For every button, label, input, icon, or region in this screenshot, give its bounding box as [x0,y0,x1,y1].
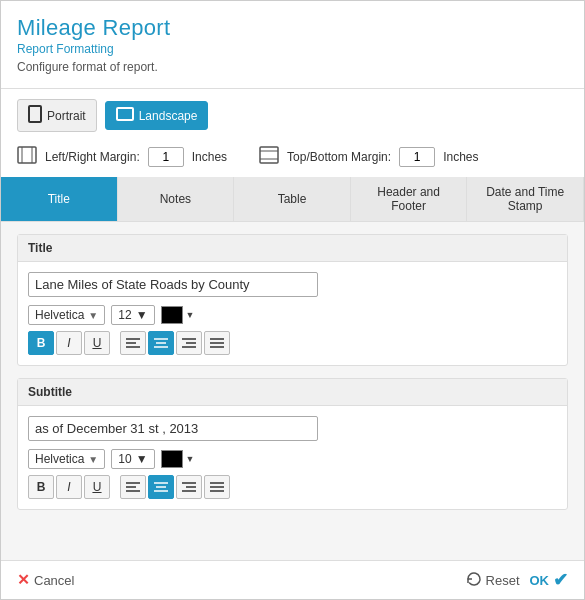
title-font-chevron: ▼ [88,310,98,321]
subtitle-italic-button[interactable]: I [56,475,82,499]
tb-margin-label: Top/Bottom Margin: [287,150,391,164]
subtitle-align-center-button[interactable] [148,475,174,499]
title-italic-button[interactable]: I [56,331,82,355]
tab-date-time[interactable]: Date and Time Stamp [467,177,584,221]
subtitle-text-input[interactable] [28,416,318,441]
ok-check-icon: ✔ [553,569,568,591]
svg-rect-5 [260,147,278,163]
portrait-button[interactable]: Portrait [17,99,97,132]
tab-notes[interactable]: Notes [118,177,235,221]
subtitle-section: Subtitle Helvetica ▼ 10 ▼ ▼ [17,378,568,510]
title-bold-button[interactable]: B [28,331,54,355]
subtitle-bold-button[interactable]: B [28,475,54,499]
title-align-left-button[interactable] [120,331,146,355]
tb-margin-unit: Inches [443,150,478,164]
portrait-label: Portrait [47,109,86,123]
subtitle-align-justify-button[interactable] [204,475,230,499]
subtitle-align-right-button[interactable] [176,475,202,499]
svg-rect-2 [18,147,36,163]
ok-button[interactable]: OK ✔ [530,569,569,591]
portrait-icon [28,105,42,126]
subtitle-section-body: Helvetica ▼ 10 ▼ ▼ B I U [18,406,567,509]
cancel-label: Cancel [34,573,74,588]
title-section-body: Helvetica ▼ 12 ▼ ▼ B I U [18,262,567,365]
subtitle-format-buttons: B I U [28,475,557,499]
subtitle-color-swatch[interactable]: ▼ [161,450,195,468]
margin-grid-icon-lr [17,146,37,167]
title-color-arrow: ▼ [186,310,195,320]
lr-margin-unit: Inches [192,150,227,164]
ok-label: OK [530,573,550,588]
lr-margin-label: Left/Right Margin: [45,150,140,164]
title-font-value: Helvetica [35,308,84,322]
dialog-header: Mileage Report Report Formatting Configu… [1,1,584,89]
title-size-value: 12 [118,308,131,322]
footer-left: ✕ Cancel [17,571,74,589]
subtitle-underline-button[interactable]: U [84,475,110,499]
title-format-row: Helvetica ▼ 12 ▼ ▼ [28,305,557,325]
margins-row: Left/Right Margin: Inches Top/Bottom Mar… [1,142,584,177]
reset-button[interactable]: Reset [466,571,520,590]
subtitle-align-left-button[interactable] [120,475,146,499]
dialog-title: Mileage Report [17,15,568,41]
dialog-subtitle: Report Formatting [17,42,568,56]
tab-header-footer[interactable]: Header and Footer [351,177,468,221]
title-align-justify-button[interactable] [204,331,230,355]
landscape-icon [116,107,134,124]
tabs-row: Title Notes Table Header and Footer Date… [1,177,584,222]
title-section: Title Helvetica ▼ 12 ▼ ▼ [17,234,568,366]
cancel-button[interactable]: ✕ Cancel [17,571,74,589]
lr-margin-input[interactable] [148,147,184,167]
title-align-right-button[interactable] [176,331,202,355]
title-section-header: Title [18,235,567,262]
subtitle-color-arrow: ▼ [186,454,195,464]
orientation-row: Portrait Landscape [1,89,584,142]
subtitle-size-value: 10 [118,452,131,466]
title-size-select[interactable]: 12 ▼ [111,305,154,325]
subtitle-section-header: Subtitle [18,379,567,406]
title-color-box [161,306,183,324]
subtitle-font-select[interactable]: Helvetica ▼ [28,449,105,469]
reset-label: Reset [486,573,520,588]
subtitle-size-select[interactable]: 10 ▼ [111,449,154,469]
subtitle-font-chevron: ▼ [88,454,98,465]
title-align-center-button[interactable] [148,331,174,355]
dialog-container: Mileage Report Report Formatting Configu… [0,0,585,600]
title-color-swatch[interactable]: ▼ [161,306,195,324]
margin-grid-icon-tb [259,146,279,167]
content-area: Title Helvetica ▼ 12 ▼ ▼ [1,222,584,560]
title-underline-button[interactable]: U [84,331,110,355]
landscape-button[interactable]: Landscape [105,101,209,130]
landscape-label: Landscape [139,109,198,123]
tab-table[interactable]: Table [234,177,351,221]
title-font-select[interactable]: Helvetica ▼ [28,305,105,325]
cancel-x-icon: ✕ [17,571,30,589]
reset-icon [466,571,482,590]
tb-margin-input[interactable] [399,147,435,167]
dialog-description: Configure format of report. [17,60,568,82]
subtitle-font-value: Helvetica [35,452,84,466]
footer-right: Reset OK ✔ [466,569,568,591]
svg-rect-1 [117,108,133,120]
subtitle-color-box [161,450,183,468]
svg-rect-0 [29,106,41,122]
title-size-chevron: ▼ [136,308,148,322]
title-text-input[interactable] [28,272,318,297]
tab-title[interactable]: Title [1,177,118,221]
subtitle-size-chevron: ▼ [136,452,148,466]
subtitle-format-row: Helvetica ▼ 10 ▼ ▼ [28,449,557,469]
title-format-buttons: B I U [28,331,557,355]
dialog-footer: ✕ Cancel Reset OK ✔ [1,560,584,599]
